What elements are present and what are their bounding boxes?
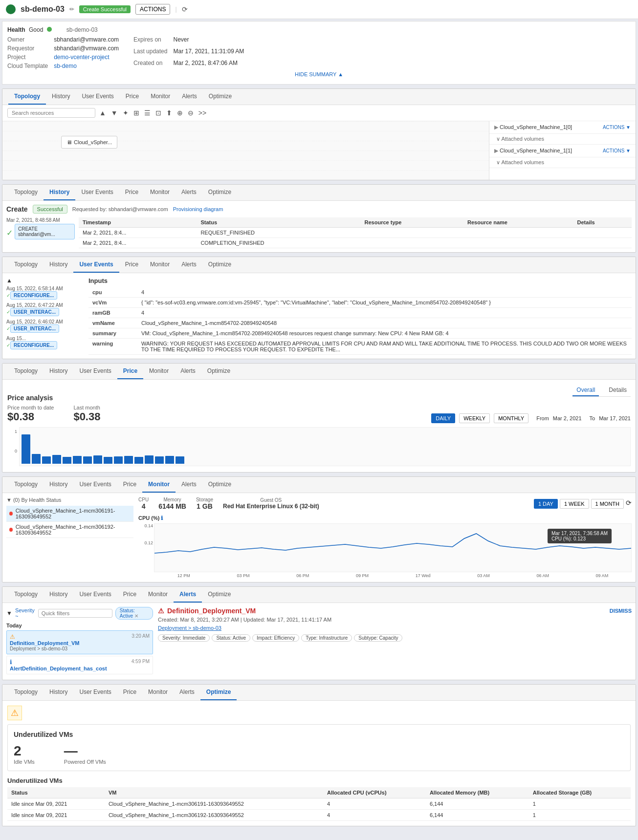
period-btn-monthly[interactable]: MONTHLY xyxy=(494,413,528,423)
tab-price-ue[interactable]: Price xyxy=(119,257,144,273)
tab-optimize[interactable]: Optimize xyxy=(203,89,238,105)
tab-user-events[interactable]: User Events xyxy=(76,89,119,105)
health-filter-label[interactable]: ▼ (0) By Health Status xyxy=(6,497,133,503)
tab-monitor-ue[interactable]: Monitor xyxy=(144,257,176,273)
tab-topology-h[interactable]: Topology xyxy=(8,185,44,200)
tab-history-h[interactable]: History xyxy=(44,185,75,200)
actions-button[interactable]: ACTIONS xyxy=(135,4,170,15)
user-event-item-2[interactable]: Aug 15, 2022, 6:46:02 AM✓USER_INTERAC... xyxy=(6,319,85,333)
tab-user-events-p[interactable]: User Events xyxy=(73,364,117,379)
tab-monitor-h[interactable]: Monitor xyxy=(144,185,176,200)
period-btn-daily[interactable]: DAILY xyxy=(431,413,455,423)
user-event-item-0[interactable]: Aug 15, 2022, 6:58:14 AM✓RECONFIGURE... xyxy=(6,286,85,300)
zoom-in-icon[interactable]: ⊕ xyxy=(176,108,184,118)
tab-optimize-ue[interactable]: Optimize xyxy=(202,257,237,273)
tab-topology[interactable]: Topology xyxy=(8,89,46,105)
vm-node[interactable]: 🖥 Cloud_vSpher... xyxy=(61,136,117,149)
connect-icon[interactable]: ✦ xyxy=(122,108,130,118)
monitor-period-1week[interactable]: 1 WEEK xyxy=(560,499,589,509)
tab-alerts-p[interactable]: Alerts xyxy=(175,364,201,379)
monitor-refresh-icon[interactable]: ⟳ xyxy=(626,499,632,509)
vm-name-1: Cloud_vSphere_Machine_1-mcm306192-163093… xyxy=(16,524,131,536)
tab-monitor-m[interactable]: Monitor xyxy=(142,477,176,493)
alert-item-1[interactable]: ℹ 4:59 PM AlertDefinition_Deployment_has… xyxy=(6,656,153,674)
tab-history-p[interactable]: History xyxy=(44,364,73,379)
upload-icon[interactable]: ⬆ xyxy=(165,108,173,118)
edit-icon[interactable]: ✏ xyxy=(69,6,74,13)
tab-optimize-h[interactable]: Optimize xyxy=(202,185,237,200)
zoom-out-icon[interactable]: ⊖ xyxy=(187,108,195,118)
hide-summary-button[interactable]: HIDE SUMMARY ▲ xyxy=(7,69,631,79)
monitor-period-1day[interactable]: 1 DAY xyxy=(534,499,558,509)
tab-topology-opt[interactable]: Topology xyxy=(8,685,44,700)
alert-item-0[interactable]: ⚠ 3:20 AM Definition_Deployment_VM Deplo… xyxy=(6,630,153,654)
project-link[interactable]: demo-vcenter-project xyxy=(54,54,119,61)
tab-monitor-p[interactable]: Monitor xyxy=(143,364,175,379)
tab-user-events-h[interactable]: User Events xyxy=(75,185,119,200)
dismiss-button[interactable]: DISMISS xyxy=(610,608,632,614)
tab-price-h[interactable]: Price xyxy=(119,185,144,200)
tab-history-opt[interactable]: History xyxy=(44,685,73,700)
tab-history-ue[interactable]: History xyxy=(44,257,73,273)
tab-alerts[interactable]: Alerts xyxy=(176,89,203,105)
tab-alerts-m[interactable]: Alerts xyxy=(176,477,202,493)
provision-link[interactable]: Provisioning diagram xyxy=(173,206,223,212)
topology-item-1[interactable]: ▶ Cloud_vSphere_Machine_1[1] ACTIONS ▼ xyxy=(489,145,636,157)
actions-link-0[interactable]: ACTIONS ▼ xyxy=(603,125,631,130)
tab-monitor-al[interactable]: Monitor xyxy=(142,587,174,603)
tab-alerts-al[interactable]: Alerts xyxy=(174,587,202,603)
actions-link-1[interactable]: ACTIONS ▼ xyxy=(603,148,631,153)
refresh-icon[interactable]: ⟳ xyxy=(182,5,188,13)
search-input[interactable] xyxy=(7,108,95,118)
status-filter-close-icon[interactable]: ✕ xyxy=(134,613,138,619)
topology-item-0[interactable]: ▶ Cloud_vSphere_Machine_1[0] ACTIONS ▼ xyxy=(489,121,636,134)
tab-history-m[interactable]: History xyxy=(44,477,73,493)
tab-alerts-h[interactable]: Alerts xyxy=(176,185,202,200)
cloud-template-link[interactable]: sb-demo xyxy=(54,63,119,69)
tab-price[interactable]: Price xyxy=(120,89,145,105)
list-icon[interactable]: ☰ xyxy=(143,108,152,118)
tab-user-events-m[interactable]: User Events xyxy=(73,477,117,493)
tab-price-m[interactable]: Price xyxy=(117,477,142,493)
sort-asc-icon[interactable]: ▲ xyxy=(98,108,107,118)
price-tab-details[interactable]: Details xyxy=(605,385,631,396)
collapse-icon[interactable]: ▲ xyxy=(6,277,12,284)
vm-list-item-1[interactable]: Cloud_vSphere_Machine_1-mcm306192-163093… xyxy=(6,522,133,538)
tab-optimize-al[interactable]: Optimize xyxy=(202,587,237,603)
user-event-item-1[interactable]: Aug 15, 2022, 6:47:22 AM✓USER_INTERAC... xyxy=(6,302,85,316)
tab-alerts-opt[interactable]: Alerts xyxy=(174,685,200,700)
tab-topology-m[interactable]: Topology xyxy=(8,477,44,493)
monitor-period-1month[interactable]: 1 MONTH xyxy=(591,499,624,509)
quick-filter-input[interactable] xyxy=(38,609,112,618)
tab-history[interactable]: History xyxy=(46,89,76,105)
tab-history-al[interactable]: History xyxy=(44,587,73,603)
created-value: Mar 2, 2021, 8:47:06 AM xyxy=(173,60,244,69)
tab-user-events-opt[interactable]: User Events xyxy=(73,685,117,700)
tab-topology-p[interactable]: Topology xyxy=(8,364,44,379)
tab-optimize-m[interactable]: Optimize xyxy=(202,477,237,493)
tab-monitor[interactable]: Monitor xyxy=(145,89,176,105)
history-cell-details-1 xyxy=(573,238,632,248)
price-tab-overall[interactable]: Overall xyxy=(572,385,599,396)
layout-icon[interactable]: ⊡ xyxy=(154,108,162,118)
tab-optimize-p[interactable]: Optimize xyxy=(201,364,236,379)
period-btn-weekly[interactable]: WEEKLY xyxy=(459,413,490,423)
tab-price-opt[interactable]: Price xyxy=(117,685,142,700)
tab-alerts-ue[interactable]: Alerts xyxy=(176,257,202,273)
grid-icon[interactable]: ⊞ xyxy=(132,108,140,118)
history-event-item[interactable]: CREATE sbhandari@vm... xyxy=(15,224,75,239)
vm-list-item-0[interactable]: Cloud_vSphere_Machine_1-mcm306191-163093… xyxy=(6,506,133,522)
user-event-item-3[interactable]: Aug 15...✓RECONFIGURE... xyxy=(6,336,85,349)
tab-monitor-opt[interactable]: Monitor xyxy=(142,685,174,700)
tab-topology-ue[interactable]: Topology xyxy=(8,257,44,273)
tab-optimize-opt[interactable]: Optimize xyxy=(200,685,237,700)
tab-user-events-al[interactable]: User Events xyxy=(73,587,117,603)
severity-button[interactable]: Severity ~ xyxy=(15,607,35,619)
more-icon[interactable]: >> xyxy=(198,108,207,118)
tab-topology-al[interactable]: Topology xyxy=(8,587,44,603)
tab-price-al[interactable]: Price xyxy=(117,587,142,603)
tab-price-p[interactable]: Price xyxy=(117,364,143,379)
alert-breadcrumb-link[interactable]: Deployment > sb-demo-03 xyxy=(158,625,221,631)
tab-user-events-ue[interactable]: User Events xyxy=(73,257,119,273)
sort-desc-icon[interactable]: ▼ xyxy=(110,108,119,118)
